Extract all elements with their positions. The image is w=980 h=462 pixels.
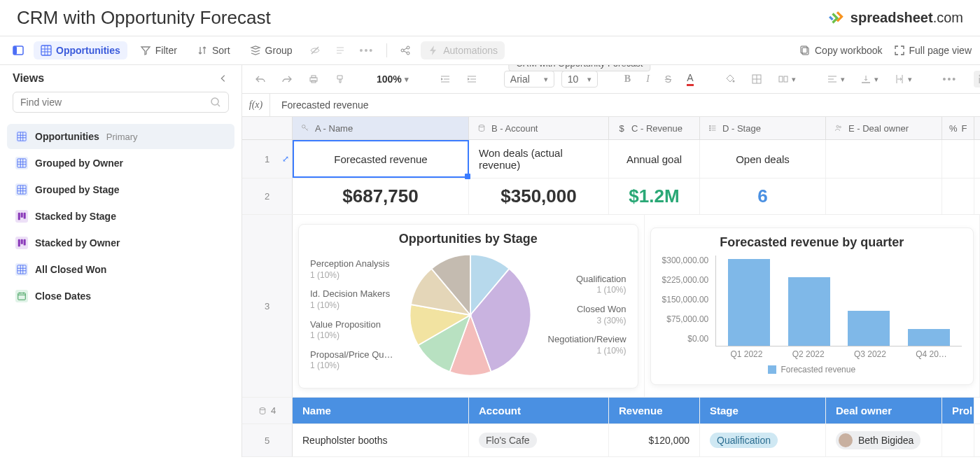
sidebar-toggle-button[interactable] bbox=[8, 41, 28, 60]
collapse-sidebar-icon[interactable] bbox=[218, 73, 229, 84]
cell-d2[interactable]: 6 bbox=[700, 178, 826, 214]
indent-button[interactable] bbox=[462, 71, 482, 88]
view-item-all-closed-won[interactable]: All Closed Won bbox=[7, 257, 234, 282]
svg-point-78 bbox=[709, 127, 710, 129]
more-format-button[interactable]: ••• bbox=[939, 71, 962, 88]
filter-button[interactable]: Filter bbox=[133, 41, 184, 59]
view-icon bbox=[15, 157, 28, 169]
merge-button[interactable]: ▾ bbox=[774, 71, 800, 88]
cell-a2[interactable]: $687,750 bbox=[293, 178, 469, 214]
cell-c2[interactable]: $1.2M bbox=[609, 178, 700, 214]
hide-fields-button[interactable] bbox=[305, 41, 325, 60]
row-1: 1⤢ Forecasted revenue Won deals (actual … bbox=[242, 140, 980, 178]
row-number[interactable]: 4 bbox=[242, 398, 293, 424]
owner-pill[interactable]: Beth Bigidea bbox=[836, 431, 920, 449]
svg-point-77 bbox=[709, 125, 710, 127]
expand-row-icon[interactable]: ⤢ bbox=[282, 154, 289, 164]
cell-e1[interactable] bbox=[826, 140, 942, 178]
cell-c1[interactable]: Annual goal bbox=[609, 140, 700, 178]
cell-account[interactable]: Flo's Cafe bbox=[469, 424, 609, 456]
automations-button[interactable]: Automations bbox=[421, 41, 505, 59]
h-align-button[interactable]: ▾ bbox=[822, 71, 849, 88]
format-painter-button[interactable] bbox=[330, 71, 350, 88]
cell-e2[interactable] bbox=[826, 178, 942, 214]
font-family-select[interactable]: Arial▾ bbox=[504, 71, 554, 88]
th-prob[interactable]: Prol bbox=[942, 398, 974, 424]
share-button[interactable] bbox=[396, 41, 415, 60]
v-align-button[interactable]: ▾ bbox=[856, 71, 883, 88]
th-account[interactable]: Account bbox=[469, 398, 609, 424]
strike-button[interactable]: S bbox=[661, 71, 676, 88]
search-input[interactable] bbox=[20, 97, 210, 108]
svg-point-12 bbox=[407, 46, 410, 49]
column-header-d[interactable]: D - Stage bbox=[700, 117, 826, 139]
fill-color-button[interactable] bbox=[720, 71, 740, 88]
th-owner[interactable]: Deal owner bbox=[826, 398, 942, 424]
group-button[interactable]: Group bbox=[243, 41, 300, 59]
italic-button[interactable]: I bbox=[642, 71, 654, 88]
bar-chart-cell[interactable]: Forecasted revenue by quarter $300,000.0… bbox=[645, 215, 980, 397]
pie-chart-cell[interactable]: Opportunities by Stage Perception Analys… bbox=[293, 215, 645, 397]
th-name[interactable]: Name bbox=[293, 398, 469, 424]
formula-input[interactable]: Forecasted revenue bbox=[270, 94, 980, 116]
stage-pill[interactable]: Qualification bbox=[710, 433, 778, 448]
view-item-grouped-by-stage[interactable]: Grouped by Stage bbox=[7, 177, 234, 202]
select-all-corner[interactable] bbox=[242, 117, 293, 139]
info-button[interactable] bbox=[974, 71, 980, 88]
font-size-select[interactable]: 10▾ bbox=[561, 71, 598, 88]
cell-a1[interactable]: Forecasted revenue bbox=[293, 140, 469, 178]
text-color-button[interactable]: A bbox=[682, 69, 697, 89]
cell-name[interactable]: Reupholster booths bbox=[293, 424, 469, 456]
cell-revenue[interactable]: $120,000 bbox=[609, 424, 700, 456]
view-item-stacked-by-owner[interactable]: Stacked by Owner bbox=[7, 230, 234, 255]
spreadsheet-grid[interactable]: A - NameB - Account$C - RevenueD - Stage… bbox=[242, 117, 980, 457]
view-item-stacked-by-stage[interactable]: Stacked by Stage bbox=[7, 204, 234, 229]
bold-button[interactable]: B bbox=[620, 71, 635, 88]
cell-owner[interactable]: Beth Bigidea bbox=[826, 424, 942, 456]
row-height-button[interactable] bbox=[330, 41, 350, 60]
brand-logo[interactable]: spreadsheet.com bbox=[828, 9, 963, 27]
th-revenue[interactable]: Revenue bbox=[609, 398, 700, 424]
dedent-button[interactable] bbox=[435, 71, 455, 88]
more-view-options-button[interactable]: ••• bbox=[356, 41, 379, 60]
svg-point-79 bbox=[709, 130, 710, 131]
sort-button[interactable]: Sort bbox=[190, 41, 237, 59]
th-stage[interactable]: Stage bbox=[700, 398, 826, 424]
view-item-opportunities[interactable]: Opportunities Primary bbox=[7, 124, 234, 149]
cell-prob[interactable] bbox=[942, 424, 974, 456]
row-number[interactable]: 3 bbox=[242, 215, 293, 397]
column-header-f[interactable]: %F bbox=[942, 117, 974, 139]
tab-opportunities[interactable]: Opportunities bbox=[34, 41, 127, 59]
cell-b2[interactable]: $350,000 bbox=[469, 178, 609, 214]
view-icon bbox=[15, 290, 28, 302]
svg-line-14 bbox=[404, 48, 407, 50]
full-page-button[interactable]: Full page view bbox=[894, 45, 972, 56]
view-item-close-dates[interactable]: Close Dates bbox=[7, 284, 234, 309]
account-pill[interactable]: Flo's Cafe bbox=[479, 433, 537, 448]
cell-stage[interactable]: Qualification bbox=[700, 424, 826, 456]
cell-f2[interactable] bbox=[942, 178, 974, 214]
cell-d1[interactable]: Open deals bbox=[700, 140, 826, 178]
view-item-grouped-by-owner[interactable]: Grouped by Owner bbox=[7, 150, 234, 176]
brand-icon bbox=[828, 9, 846, 27]
column-header-a[interactable]: A - Name bbox=[293, 117, 469, 139]
copy-workbook-button[interactable]: Copy workbook bbox=[799, 45, 883, 56]
row-number[interactable]: 1⤢ bbox=[242, 140, 293, 178]
row-number[interactable]: 2 bbox=[242, 178, 293, 214]
fx-icon[interactable]: f(x) bbox=[242, 94, 270, 116]
view-search[interactable] bbox=[13, 92, 229, 113]
zoom-select[interactable]: 100% ▾ bbox=[372, 71, 413, 88]
row-number[interactable]: 5 bbox=[242, 424, 293, 456]
column-header-e[interactable]: E - Deal owner bbox=[826, 117, 942, 139]
borders-button[interactable] bbox=[747, 71, 766, 88]
redo-button[interactable] bbox=[277, 71, 297, 88]
undo-button[interactable] bbox=[251, 71, 270, 88]
cell-f1[interactable] bbox=[942, 140, 974, 178]
wrap-button[interactable]: ▾ bbox=[890, 71, 916, 88]
print-button[interactable] bbox=[304, 71, 323, 88]
column-header-b[interactable]: B - Account bbox=[469, 117, 609, 139]
column-header-c[interactable]: $C - Revenue bbox=[609, 117, 700, 139]
svg-rect-35 bbox=[18, 213, 20, 220]
cell-b1[interactable]: Won deals (actual revenue) bbox=[469, 140, 609, 178]
column-headers: A - NameB - Account$C - RevenueD - Stage… bbox=[242, 117, 980, 140]
